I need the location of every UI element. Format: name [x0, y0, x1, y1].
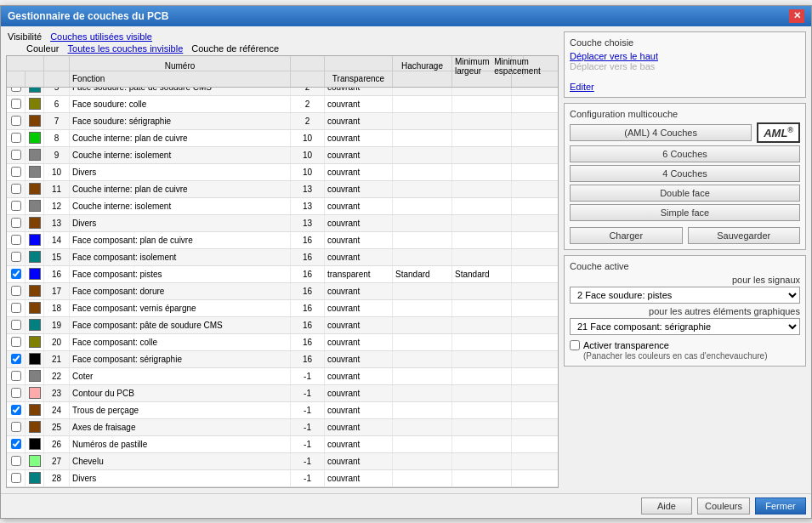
layer-hatch: couvrant	[325, 368, 393, 384]
charger-button[interactable]: Charger	[570, 227, 683, 244]
layer-color[interactable]	[29, 166, 41, 178]
double-face-button[interactable]: Double face	[570, 185, 800, 202]
layer-function: Couche interne: isolement	[70, 198, 291, 214]
layer-color[interactable]	[29, 217, 41, 229]
move-down-button[interactable]: Déplacer vers le bas	[570, 61, 655, 71]
activer-transparence-label[interactable]: Activer transparence (Panacher les coule…	[570, 340, 800, 361]
layer-hatch: couvrant	[325, 283, 393, 299]
fermer-button[interactable]: Fermer	[755, 497, 806, 514]
aide-button[interactable]: Aide	[641, 497, 692, 514]
layers-visible-link[interactable]: Couches utilisées visible	[50, 31, 152, 42]
layer-ref: 13	[291, 181, 325, 197]
layer-color[interactable]	[29, 336, 41, 348]
layer-number: 20	[44, 334, 70, 350]
all-invisible-link[interactable]: Toutes les couches invisible	[68, 43, 184, 54]
layer-min-width	[393, 147, 452, 163]
layer-checkbox[interactable]	[11, 150, 21, 160]
layer-color[interactable]	[29, 353, 41, 365]
layer-function: Axes de fraisage	[70, 419, 291, 435]
layer-color[interactable]	[29, 387, 41, 399]
aml-4-couches-button[interactable]: (AML) 4 Couches	[570, 124, 752, 141]
move-up-button[interactable]: Déplacer vers le haut	[570, 51, 658, 61]
layer-color[interactable]	[29, 370, 41, 382]
layer-number: 7	[44, 113, 70, 129]
layer-checkbox[interactable]	[11, 269, 21, 279]
table-row: 7Face soudure: sérigraphie2couvrant	[7, 113, 558, 130]
layer-color[interactable]	[29, 438, 41, 450]
layer-checkbox[interactable]	[11, 201, 21, 211]
edit-button[interactable]: Editer	[570, 82, 594, 92]
layer-min-width	[393, 113, 452, 129]
layer-ref: 2	[291, 96, 325, 112]
layer-function: Divers	[70, 470, 291, 486]
layer-ref: -1	[291, 402, 325, 418]
layer-ref: -1	[291, 368, 325, 384]
layer-hatch: couvrant	[325, 147, 393, 163]
layer-function: Couche interne: plan de cuivre	[70, 181, 291, 197]
layer-checkbox[interactable]	[11, 320, 21, 330]
layer-color[interactable]	[29, 183, 41, 195]
layer-min-width	[393, 300, 452, 316]
layer-color[interactable]	[29, 200, 41, 212]
layer-checkbox[interactable]	[11, 422, 21, 432]
layer-color[interactable]	[29, 404, 41, 416]
layer-number: 8	[44, 130, 70, 146]
layer-checkbox[interactable]	[11, 235, 21, 245]
table-row: 28Divers-1couvrant	[7, 470, 558, 487]
layer-color[interactable]	[29, 132, 41, 144]
6-couches-button[interactable]: 6 Couches	[570, 145, 800, 162]
layer-checkbox[interactable]	[11, 116, 21, 126]
layer-color[interactable]	[29, 421, 41, 433]
layer-function: Coter	[70, 368, 291, 384]
layer-number: 28	[44, 470, 70, 486]
layer-ref: -1	[291, 470, 325, 486]
layer-number: 24	[44, 402, 70, 418]
layer-color[interactable]	[29, 98, 41, 110]
layer-number: 25	[44, 419, 70, 435]
signaux-dropdown[interactable]: 2 Face soudure: pistes	[570, 287, 800, 304]
layer-checkbox[interactable]	[11, 167, 21, 177]
layer-checkbox[interactable]	[11, 286, 21, 296]
layer-color[interactable]	[29, 285, 41, 297]
layer-checkbox[interactable]	[11, 337, 21, 347]
layer-color[interactable]	[29, 88, 41, 94]
layer-checkbox[interactable]	[11, 88, 21, 93]
layer-checkbox[interactable]	[11, 405, 21, 415]
layer-color[interactable]	[29, 234, 41, 246]
main-content: Visibilité Couches utilisées visible Cou…	[1, 26, 811, 493]
layer-checkbox[interactable]	[11, 388, 21, 398]
layer-checkbox[interactable]	[11, 218, 21, 228]
layer-checkbox[interactable]	[11, 252, 21, 262]
layer-checkbox[interactable]	[11, 133, 21, 143]
layer-color[interactable]	[29, 455, 41, 467]
layer-checkbox[interactable]	[11, 371, 21, 381]
layer-checkbox[interactable]	[11, 439, 21, 449]
layer-color[interactable]	[29, 115, 41, 127]
function-header2: Fonction	[70, 71, 291, 87]
layer-number: 23	[44, 385, 70, 401]
layer-number: 18	[44, 300, 70, 316]
4-couches-button[interactable]: 4 Couches	[570, 165, 800, 182]
layer-min-width	[393, 436, 452, 452]
layer-color[interactable]	[29, 149, 41, 161]
layer-min-width	[393, 453, 452, 469]
couleurs-button[interactable]: Couleurs	[697, 497, 750, 514]
layer-checkbox[interactable]	[11, 354, 21, 364]
layer-checkbox[interactable]	[11, 184, 21, 194]
layer-color[interactable]	[29, 319, 41, 331]
simple-face-button[interactable]: Simple face	[570, 204, 800, 221]
layer-checkbox[interactable]	[11, 99, 21, 109]
layer-color[interactable]	[29, 251, 41, 263]
graphiques-dropdown[interactable]: 21 Face composant: sérigraphie	[570, 318, 800, 335]
transparence-checkbox[interactable]	[570, 340, 580, 350]
layer-checkbox[interactable]	[11, 473, 21, 483]
layer-checkbox[interactable]	[11, 303, 21, 313]
close-button[interactable]: ✕	[789, 9, 804, 23]
layer-color[interactable]	[29, 472, 41, 484]
sauvegarder-button[interactable]: Sauvegarder	[688, 227, 801, 244]
right-panel: Couche choisie Déplacer vers le haut Dép…	[564, 31, 806, 488]
layer-color[interactable]	[29, 268, 41, 280]
layer-checkbox[interactable]	[11, 456, 21, 466]
layer-color[interactable]	[29, 302, 41, 314]
table-row: 14Face composant: plan de cuivre16couvra…	[7, 232, 558, 249]
